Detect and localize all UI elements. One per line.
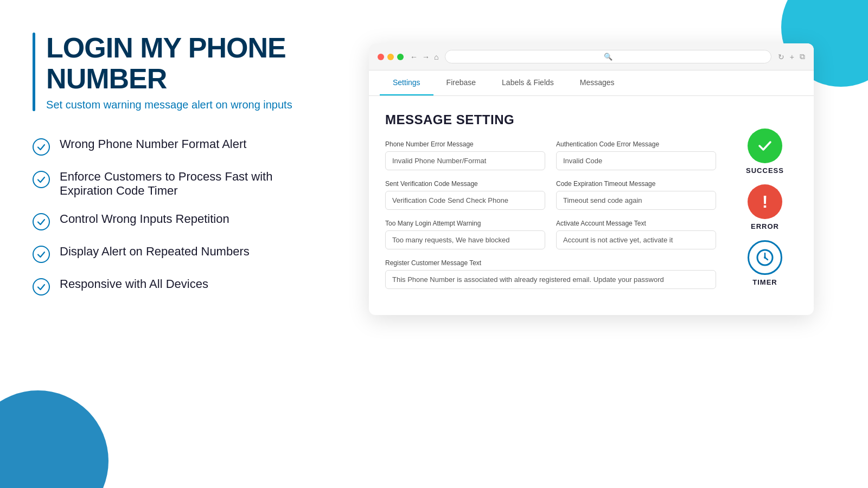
features-list: Wrong Phone Number Format Alert Enforce … xyxy=(33,137,315,296)
deco-bottom-left xyxy=(0,390,108,488)
feature-item-responsive: Responsive with All Devices xyxy=(33,277,315,296)
form-group-full-register-customer: Register Customer Message Text xyxy=(385,259,716,289)
tab-messages[interactable]: Messages xyxy=(567,70,628,95)
label-too-many-login: Too Many Login Attempt Warning xyxy=(385,220,545,227)
page-title: LOGIN MY PHONE NUMBER xyxy=(46,33,315,94)
left-panel: LOGIN MY PHONE NUMBER Set custom warning… xyxy=(33,33,315,310)
status-item-success: SUCCESS xyxy=(746,129,784,175)
title-bar: LOGIN MY PHONE NUMBER Set custom warning… xyxy=(33,33,315,111)
label-phone-error: Phone Number Error Message xyxy=(385,140,545,148)
feature-item-repeated-numbers: Display Alert on Repeated Numbers xyxy=(33,245,315,263)
feature-text: Enforce Customers to Process Fast with E… xyxy=(60,170,315,198)
svg-point-1 xyxy=(764,256,766,259)
title-block: LOGIN MY PHONE NUMBER Set custom warning… xyxy=(46,33,315,111)
input-code-expiration[interactable] xyxy=(556,191,716,210)
label-code-expiration: Code Expiration Timeout Message xyxy=(556,180,716,188)
tab-firebase[interactable]: Firebase xyxy=(433,70,489,95)
success-label: SUCCESS xyxy=(746,166,784,175)
label-activate-account: Activate Account Message Text xyxy=(556,220,716,227)
input-register-customer[interactable] xyxy=(385,270,716,289)
browser-dots xyxy=(378,54,404,60)
browser-content: MESSAGE SETTING Phone Number Error Messa… xyxy=(369,96,814,315)
feature-text: Control Wrong Inputs Repetition xyxy=(60,212,229,226)
form-fields: Phone Number Error Message Authenticatio… xyxy=(385,140,716,289)
feature-text: Display Alert on Repeated Numbers xyxy=(60,245,250,259)
dot-red[interactable] xyxy=(378,54,384,60)
input-sent-verification[interactable] xyxy=(385,191,545,210)
form-group-too-many-login: Too Many Login Attempt Warning xyxy=(385,220,545,249)
success-icon xyxy=(748,129,782,163)
browser-tabs: SettingsFirebaseLabels & FieldsMessages xyxy=(369,70,814,96)
home-icon[interactable]: ⌂ xyxy=(434,53,438,61)
browser-toolbar: ← → ⌂ 🔍 ↻ + ⧉ xyxy=(369,43,814,70)
error-icon: ! xyxy=(748,184,782,219)
feature-item-wrong-inputs: Control Wrong Inputs Repetition xyxy=(33,212,315,230)
browser-window: ← → ⌂ 🔍 ↻ + ⧉ SettingsFirebaseLabels & F… xyxy=(369,43,814,315)
error-label: ERROR xyxy=(751,222,779,230)
check-icon xyxy=(33,213,50,230)
page-subtitle: Set custom warning message alert on wron… xyxy=(46,99,315,111)
copy-icon[interactable]: ⧉ xyxy=(800,52,805,61)
forward-icon[interactable]: → xyxy=(422,53,430,61)
timer-icon xyxy=(748,240,782,275)
back-icon[interactable]: ← xyxy=(410,53,418,61)
form-row-1: Phone Number Error Message Authenticatio… xyxy=(385,140,716,170)
input-activate-account[interactable] xyxy=(556,230,716,249)
plus-icon[interactable]: + xyxy=(790,53,794,61)
status-item-error: ! ERROR xyxy=(748,184,782,230)
feature-text: Wrong Phone Number Format Alert xyxy=(60,137,246,151)
browser-search-bar[interactable]: 🔍 xyxy=(445,50,771,63)
check-icon xyxy=(33,278,50,296)
status-panel: SUCCESS ! ERROR TIMER xyxy=(732,112,797,299)
settings-title: MESSAGE SETTING xyxy=(385,112,716,127)
tab-settings[interactable]: Settings xyxy=(380,70,433,95)
form-row-2: Sent Verification Code Message Code Expi… xyxy=(385,180,716,210)
input-too-many-login[interactable] xyxy=(385,230,545,249)
status-item-timer: TIMER xyxy=(748,240,782,286)
form-row-3: Too Many Login Attempt Warning Activate … xyxy=(385,220,716,249)
title-accent xyxy=(33,33,35,111)
settings-panel: MESSAGE SETTING Phone Number Error Messa… xyxy=(385,112,716,299)
browser-actions: ↻ + ⧉ xyxy=(778,52,805,61)
tab-labels-fields[interactable]: Labels & Fields xyxy=(489,70,567,95)
input-auth-error[interactable] xyxy=(556,151,716,170)
label-auth-error: Authentication Code Error Message xyxy=(556,140,716,148)
timer-label: TIMER xyxy=(752,278,777,286)
check-icon xyxy=(33,246,50,263)
browser-nav: ← → ⌂ xyxy=(410,53,438,61)
feature-item-wrong-format: Wrong Phone Number Format Alert xyxy=(33,137,315,156)
dot-yellow[interactable] xyxy=(387,54,394,60)
form-group-phone-error: Phone Number Error Message xyxy=(385,140,545,170)
form-group-sent-verification: Sent Verification Code Message xyxy=(385,180,545,210)
form-group-activate-account: Activate Account Message Text xyxy=(556,220,716,249)
input-phone-error[interactable] xyxy=(385,151,545,170)
dot-green[interactable] xyxy=(397,54,404,60)
feature-text: Responsive with All Devices xyxy=(60,277,208,291)
form-group-auth-error: Authentication Code Error Message xyxy=(556,140,716,170)
refresh-icon[interactable]: ↻ xyxy=(778,53,784,61)
label-sent-verification: Sent Verification Code Message xyxy=(385,180,545,188)
feature-item-expiration-timer: Enforce Customers to Process Fast with E… xyxy=(33,170,315,198)
label-register-customer: Register Customer Message Text xyxy=(385,259,716,267)
check-icon xyxy=(33,138,50,156)
search-icon: 🔍 xyxy=(604,53,612,61)
form-group-code-expiration: Code Expiration Timeout Message xyxy=(556,180,716,210)
check-icon xyxy=(33,171,50,188)
